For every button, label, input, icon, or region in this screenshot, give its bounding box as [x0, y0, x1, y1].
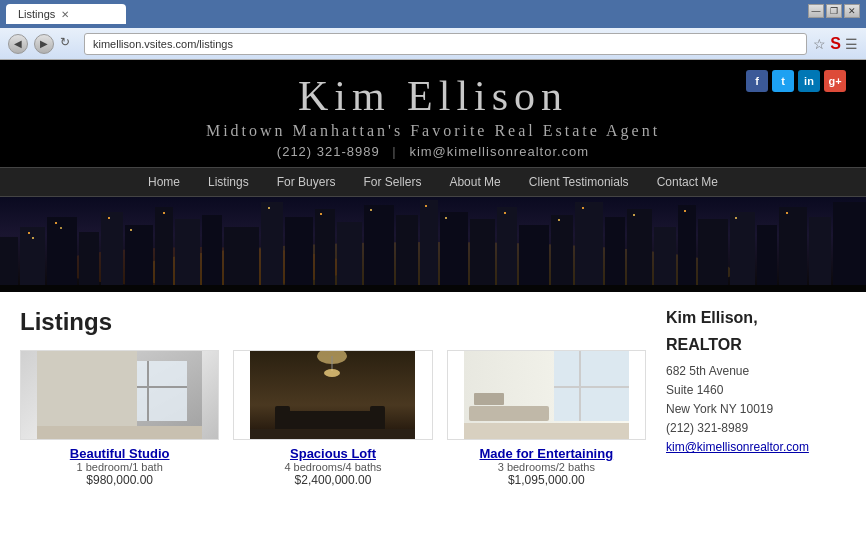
svg-rect-25	[575, 202, 603, 292]
svg-rect-31	[730, 212, 755, 292]
listing-cards: Beautiful Studio 1 bedroom/1 bath $980,0…	[20, 350, 646, 487]
svg-rect-17	[364, 205, 394, 292]
svg-rect-3	[0, 237, 18, 292]
site-contact: (212) 321-8989 | kim@kimellisonrealtor.c…	[0, 144, 866, 159]
googleplus-icon[interactable]: g+	[824, 70, 846, 92]
nav-for-buyers[interactable]: For Buyers	[263, 168, 350, 196]
svg-rect-18	[396, 215, 418, 292]
listing-price-3: $1,095,000.00	[447, 473, 646, 487]
facebook-icon[interactable]: f	[746, 70, 768, 92]
window-minimize-btn[interactable]: —	[808, 4, 824, 18]
svg-rect-68	[275, 406, 290, 431]
listing-card-1: Beautiful Studio 1 bedroom/1 bath $980,0…	[20, 350, 219, 487]
site-name: Kim Ellison	[0, 72, 866, 120]
svg-rect-67	[280, 411, 380, 431]
svg-rect-24	[551, 215, 573, 292]
linkedin-icon[interactable]: in	[798, 70, 820, 92]
svg-rect-40	[108, 217, 110, 219]
window-restore-btn[interactable]: ❐	[826, 4, 842, 18]
svg-rect-41	[130, 229, 132, 231]
svg-rect-21	[470, 219, 495, 292]
listing-image-1	[20, 350, 219, 440]
listing-card-2: Spacious Loft 4 bedrooms/4 baths $2,400,…	[233, 350, 432, 487]
main-content: Listings	[0, 292, 866, 542]
nav-contact-me[interactable]: Contact Me	[643, 168, 732, 196]
svg-rect-38	[55, 222, 57, 224]
svg-rect-29	[678, 205, 696, 292]
svg-rect-76	[469, 406, 549, 421]
svg-rect-7	[101, 212, 123, 292]
menu-icon[interactable]: ☰	[845, 36, 858, 52]
back-button[interactable]: ◀	[8, 34, 28, 54]
svg-rect-55	[0, 285, 866, 292]
svg-rect-45	[370, 209, 372, 211]
svg-rect-74	[554, 386, 629, 388]
tab-close-btn[interactable]: ✕	[61, 9, 69, 20]
safari-icon: S	[830, 35, 841, 53]
svg-rect-43	[268, 207, 270, 209]
svg-rect-60	[137, 386, 187, 388]
listing-detail-1: 1 bedroom/1 bath	[20, 461, 219, 473]
svg-rect-37	[32, 237, 34, 239]
svg-rect-9	[155, 207, 173, 292]
bookmark-icon[interactable]: ☆	[813, 36, 826, 52]
window-close-btn[interactable]: ✕	[844, 4, 860, 18]
svg-rect-10	[175, 219, 200, 292]
agent-title: REALTOR	[666, 335, 846, 356]
contact-email[interactable]: kim@kimellisonrealtor.com	[409, 144, 589, 159]
svg-rect-6	[79, 232, 99, 292]
listing-name-3[interactable]: Made for Entertaining	[447, 446, 646, 461]
address-line1: 682 5th Avenue	[666, 362, 846, 381]
svg-rect-26	[605, 217, 625, 292]
svg-rect-14	[285, 217, 313, 292]
address-line2: Suite 1460	[666, 381, 846, 400]
svg-rect-48	[504, 212, 506, 214]
nav-home[interactable]: Home	[134, 168, 194, 196]
social-icons: f t in g+	[746, 70, 846, 92]
listing-image-2	[233, 350, 432, 440]
svg-rect-58	[137, 361, 187, 421]
svg-rect-62	[37, 351, 137, 426]
twitter-icon[interactable]: t	[772, 70, 794, 92]
refresh-button[interactable]: ↻	[60, 35, 78, 53]
svg-rect-12	[224, 227, 259, 292]
browser-window: Listings ✕ — ❐ ✕ ◀ ▶ ↻ kimellison.vsites…	[0, 0, 866, 60]
agent-email[interactable]: kim@kimellisonrealtor.com	[666, 440, 809, 454]
svg-rect-42	[163, 212, 165, 214]
svg-rect-52	[684, 210, 686, 212]
listing-detail-2: 4 bedrooms/4 baths	[233, 461, 432, 473]
svg-rect-75	[464, 423, 629, 440]
svg-rect-47	[445, 217, 447, 219]
nav-client-testimonials[interactable]: Client Testimonials	[515, 168, 643, 196]
site-tagline: Midtown Manhattan's Favorite Real Estate…	[0, 122, 866, 140]
svg-rect-33	[779, 207, 807, 292]
listing-detail-3: 3 bedrooms/2 baths	[447, 461, 646, 473]
svg-rect-50	[582, 207, 584, 209]
svg-rect-22	[497, 207, 517, 292]
svg-rect-61	[37, 426, 202, 440]
svg-rect-13	[261, 202, 283, 292]
listing-price-2: $2,400,000.00	[233, 473, 432, 487]
svg-rect-59	[147, 361, 149, 421]
address-bar[interactable]: kimellison.vsites.com/listings	[84, 33, 807, 55]
svg-rect-15	[315, 209, 335, 292]
tab-title: Listings	[18, 8, 55, 20]
agent-phone: (212) 321-8989	[666, 419, 846, 438]
nav-listings[interactable]: Listings	[194, 168, 263, 196]
svg-rect-70	[250, 429, 415, 440]
svg-rect-53	[735, 217, 737, 219]
svg-rect-49	[558, 219, 560, 221]
browser-tab[interactable]: Listings ✕	[6, 4, 126, 24]
listing-card-3: Made for Entertaining 3 bedrooms/2 baths…	[447, 350, 646, 487]
nav-about-me[interactable]: About Me	[435, 168, 514, 196]
nav-for-sellers[interactable]: For Sellers	[349, 168, 435, 196]
svg-rect-4	[20, 227, 45, 292]
sidebar: Kim Ellison, REALTOR 682 5th Avenue Suit…	[666, 308, 846, 536]
svg-rect-30	[698, 219, 728, 292]
hero-image	[0, 197, 866, 292]
svg-rect-8	[125, 225, 153, 292]
listing-name-2[interactable]: Spacious Loft	[233, 446, 432, 461]
url-display: kimellison.vsites.com/listings	[93, 38, 233, 50]
listing-name-1[interactable]: Beautiful Studio	[20, 446, 219, 461]
forward-button[interactable]: ▶	[34, 34, 54, 54]
